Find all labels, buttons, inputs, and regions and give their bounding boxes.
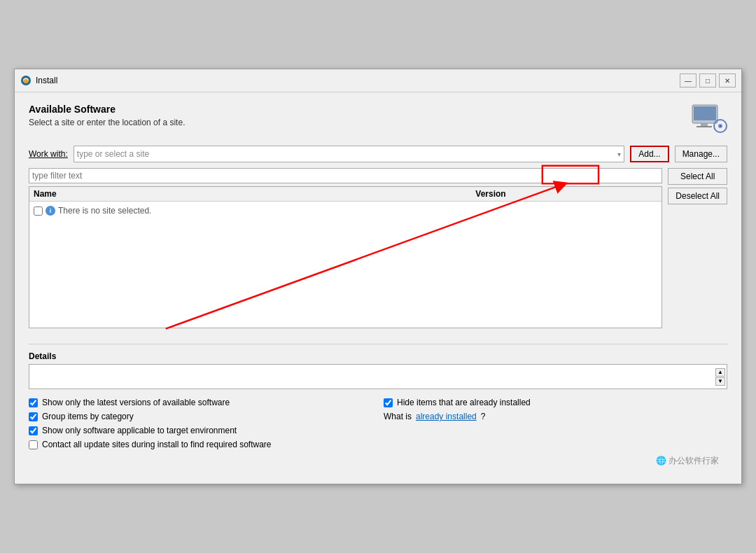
scroll-up-button[interactable]: ▲ [715, 368, 725, 377]
page-subtitle: Select a site or enter the location of a… [29, 118, 185, 127]
filter-table-area: Name Version i There is no site selected… [29, 168, 662, 337]
minimize-button[interactable]: — [680, 74, 696, 88]
watermark: 🌐 办公软件行家 [29, 449, 727, 472]
what-is-prefix: What is [384, 412, 412, 421]
hide-installed-label: Hide items that are already installed [397, 398, 531, 407]
site-dropdown[interactable]: type or select a site ▾ [74, 146, 624, 162]
header-section: Available Software Select a site or ente… [29, 104, 727, 134]
contact-update-label: Contact all update sites during install … [42, 440, 272, 449]
checkboxes-right: Hide items that are already installed Wh… [384, 398, 727, 449]
table-header: Name Version [29, 187, 662, 202]
svg-rect-3 [694, 106, 716, 120]
header-text: Available Software Select a site or ente… [29, 104, 185, 127]
details-section: Details ▲ ▼ [29, 351, 727, 389]
eclipse-icon [20, 75, 31, 86]
details-box: ▲ ▼ [29, 364, 727, 389]
show-applicable-checkbox[interactable] [29, 426, 38, 435]
contact-update-checkbox[interactable] [29, 440, 38, 449]
table-body: i There is no site selected. [29, 202, 662, 328]
side-buttons: Select All Deselect All [668, 168, 727, 204]
row-checkbox-cell: i There is no site selected. [34, 206, 151, 216]
checkboxes-left: Show only the latest versions of availab… [29, 398, 372, 449]
column-version-header: Version [475, 189, 601, 199]
filter-row [29, 168, 662, 183]
contact-update-row: Contact all update sites during install … [29, 440, 372, 449]
page-title: Available Software [29, 104, 185, 115]
install-window: Install — □ ✕ Available Software Select … [14, 69, 742, 484]
separator [29, 344, 727, 344]
watermark-text: 🌐 办公软件行家 [656, 456, 719, 465]
software-icon [691, 104, 727, 134]
chevron-down-icon: ▾ [617, 150, 621, 158]
titlebar-controls: — □ ✕ [680, 74, 736, 88]
scroll-down-button[interactable]: ▼ [715, 377, 725, 386]
show-applicable-label: Show only software applicable to target … [42, 426, 237, 435]
show-latest-label: Show only the latest versions of availab… [42, 398, 230, 407]
software-table: Name Version i There is no site selected… [29, 186, 662, 328]
close-button[interactable]: ✕ [719, 74, 736, 88]
content-area: Available Software Select a site or ente… [15, 92, 741, 484]
what-is-row: What is already installed ? [384, 412, 727, 421]
show-latest-row: Show only the latest versions of availab… [29, 398, 372, 407]
hide-installed-checkbox[interactable] [384, 398, 393, 407]
select-all-button[interactable]: Select All [668, 168, 727, 185]
checkboxes-section: Show only the latest versions of availab… [29, 398, 727, 449]
hide-installed-row: Hide items that are already installed [384, 398, 727, 407]
show-applicable-row: Show only software applicable to target … [29, 426, 372, 435]
table-row: i There is no site selected. [34, 204, 657, 217]
already-installed-link[interactable]: already installed [416, 412, 477, 421]
titlebar: Install — □ ✕ [15, 69, 741, 92]
row-checkbox[interactable] [34, 206, 43, 216]
site-dropdown-value: type or select a site [77, 149, 149, 159]
svg-point-8 [720, 125, 721, 127]
main-area: Work with: type or select a site ▾ Add..… [29, 146, 727, 337]
what-is-suffix: ? [481, 412, 486, 421]
add-button[interactable]: Add... [630, 146, 668, 162]
group-items-checkbox[interactable] [29, 412, 38, 421]
svg-rect-5 [696, 126, 712, 127]
details-label: Details [29, 351, 727, 361]
group-items-label: Group items by category [42, 412, 134, 421]
deselect-all-button[interactable]: Deselect All [668, 188, 727, 204]
column-extra-header [601, 189, 657, 199]
titlebar-title: Install [36, 76, 57, 85]
manage-button[interactable]: Manage... [675, 146, 727, 162]
no-site-message: There is no site selected. [58, 206, 151, 216]
svg-rect-4 [701, 123, 708, 126]
column-name-header: Name [34, 189, 475, 199]
filter-and-table-layout: Name Version i There is no site selected… [29, 168, 727, 337]
titlebar-left: Install [20, 75, 57, 86]
scroll-arrows: ▲ ▼ [715, 368, 725, 386]
work-with-label: Work with: [29, 149, 68, 159]
info-icon: i [46, 206, 55, 216]
group-items-row: Group items by category [29, 412, 372, 421]
filter-input[interactable] [29, 168, 662, 183]
maximize-button[interactable]: □ [699, 74, 716, 88]
work-with-row: Work with: type or select a site ▾ Add..… [29, 146, 727, 162]
show-latest-checkbox[interactable] [29, 398, 38, 407]
